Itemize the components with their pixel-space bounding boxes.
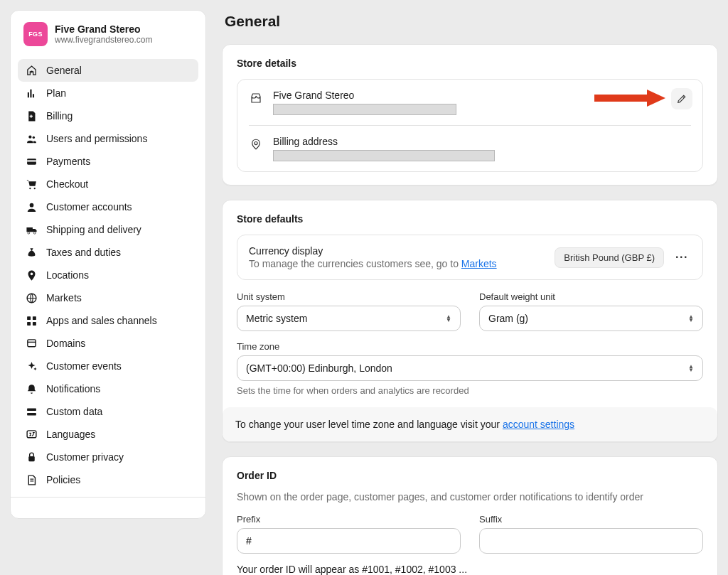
sidebar-item-label: Shipping and delivery [46, 224, 141, 235]
store-name-row: Five Grand Stereo [249, 80, 691, 125]
store-name: Five Grand Stereo [55, 23, 152, 35]
store-url: www.fivegrandstereo.com [55, 35, 152, 45]
payments-icon [25, 155, 38, 168]
sidebar-item-label: Billing [46, 110, 73, 122]
sidebar-item-label: Domains [46, 338, 85, 349]
sidebar-item-label: Taxes and duties [46, 247, 121, 258]
store-icon [249, 91, 263, 105]
money-bag-icon [25, 246, 38, 259]
domains-icon [25, 337, 38, 350]
svg-point-5 [29, 188, 31, 189]
select-caret-icon: ▲▼ [688, 315, 694, 322]
globe-icon [25, 291, 38, 304]
billing-address-row: Billing address [249, 125, 691, 171]
sidebar-divider [11, 497, 205, 498]
data-icon [25, 405, 38, 418]
sidebar-item-label: Plan [46, 87, 66, 99]
timezone-help-text: Sets the time for when orders and analyt… [237, 385, 703, 396]
store-defaults-card: Store defaults Currency display To manag… [222, 200, 718, 442]
order-id-example: Your order ID will appear as #1001, #100… [237, 564, 703, 575]
timezone-label: Time zone [237, 341, 703, 352]
suffix-label: Suffix [479, 514, 703, 525]
cart-icon [25, 178, 38, 190]
sidebar-item-customer-accounts[interactable]: Customer accounts [18, 195, 198, 218]
store-defaults-heading: Store defaults [237, 213, 703, 225]
page-title: General [225, 13, 718, 30]
svg-point-7 [29, 203, 33, 207]
store-logo: FGS [23, 22, 48, 46]
bell-icon [25, 382, 38, 395]
svg-point-9 [33, 232, 36, 234]
prefix-input[interactable] [237, 528, 461, 554]
plan-icon [25, 87, 38, 100]
sidebar-item-custom-data[interactable]: Custom data [18, 400, 198, 423]
sidebar-item-plan[interactable]: Plan [18, 82, 198, 104]
svg-rect-15 [32, 321, 36, 325]
settings-icon [25, 64, 38, 77]
sidebar-item-label: Customer accounts [46, 201, 132, 213]
sidebar-item-label: Languages [46, 429, 95, 440]
sidebar-item-markets[interactable]: Markets [18, 286, 198, 309]
sidebar-item-users[interactable]: Users and permissions [18, 127, 198, 150]
store-name-placeholder [273, 104, 456, 115]
store-details-box: Five Grand Stereo Billing address [237, 79, 703, 172]
markets-link[interactable]: Markets [461, 258, 497, 269]
svg-point-0 [31, 70, 33, 72]
svg-rect-12 [27, 316, 31, 320]
sidebar-item-languages[interactable]: Languages [18, 423, 198, 446]
suffix-input[interactable] [479, 528, 703, 554]
sidebar-item-apps[interactable]: Apps and sales channels [18, 309, 198, 332]
truck-icon [25, 223, 38, 236]
svg-point-2 [32, 136, 34, 138]
account-settings-note: To change your user level time zone and … [223, 407, 717, 441]
svg-point-23 [255, 141, 257, 144]
order-id-heading: Order ID [237, 470, 703, 481]
lock-icon [25, 451, 38, 463]
order-id-card: Order ID Shown on the order page, custom… [222, 456, 718, 575]
sidebar-item-privacy[interactable]: Customer privacy [18, 446, 198, 468]
billing-address-label: Billing address [273, 136, 691, 147]
sidebar-item-label: Payments [46, 156, 90, 167]
sidebar-item-shipping[interactable]: Shipping and delivery [18, 218, 198, 241]
sidebar-item-customer-events[interactable]: Customer events [18, 355, 198, 377]
sidebar-item-checkout[interactable]: Checkout [18, 173, 198, 195]
svg-rect-17 [27, 408, 36, 411]
sidebar-item-taxes[interactable]: Taxes and duties [18, 241, 198, 264]
location-icon [249, 137, 263, 151]
sidebar-item-label: Customer events [46, 360, 122, 372]
select-caret-icon: ▲▼ [446, 315, 451, 322]
sidebar-item-billing[interactable]: Billing [18, 104, 198, 127]
currency-more-button[interactable]: ··· [673, 251, 691, 264]
store-name-label: Five Grand Stereo [273, 90, 691, 101]
weight-unit-select[interactable]: Gram (g) ▲▼ [479, 306, 703, 331]
store-details-heading: Store details [237, 58, 703, 69]
settings-sidebar: FGS Five Grand Stereo www.fivegrandstere… [10, 10, 206, 519]
svg-point-1 [28, 135, 31, 138]
person-icon [25, 200, 38, 213]
sidebar-item-label: Custom data [46, 406, 102, 417]
svg-rect-20 [28, 456, 35, 461]
timezone-select[interactable]: (GMT+00:00) Edinburgh, London ▲▼ [237, 355, 703, 381]
sidebar-item-label: Policies [46, 474, 80, 485]
sidebar-item-label: Locations [46, 269, 89, 281]
unit-system-label: Unit system [237, 291, 461, 302]
edit-store-details-button[interactable] [671, 88, 692, 109]
sidebar-item-notifications[interactable]: Notifications [18, 377, 198, 400]
account-settings-link[interactable]: account settings [503, 419, 574, 430]
sidebar-item-label: Notifications [46, 383, 100, 394]
svg-rect-18 [27, 412, 36, 415]
apps-icon [25, 314, 38, 327]
sidebar-item-domains[interactable]: Domains [18, 332, 198, 355]
sidebar-item-label: General [46, 65, 82, 76]
unit-system-select[interactable]: Metric system ▲▼ [237, 306, 461, 331]
sidebar-item-locations[interactable]: Locations [18, 264, 198, 286]
sidebar-item-label: Checkout [46, 178, 88, 190]
svg-rect-19 [27, 430, 36, 437]
currency-badge: British Pound (GBP £) [555, 247, 664, 268]
sidebar-item-payments[interactable]: Payments [18, 150, 198, 173]
weight-unit-label: Default weight unit [479, 291, 703, 302]
language-icon [25, 428, 38, 441]
sidebar-item-general[interactable]: General [18, 59, 198, 82]
order-id-subtitle: Shown on the order page, customer pages,… [237, 491, 703, 503]
sidebar-item-policies[interactable]: Policies [18, 468, 198, 491]
